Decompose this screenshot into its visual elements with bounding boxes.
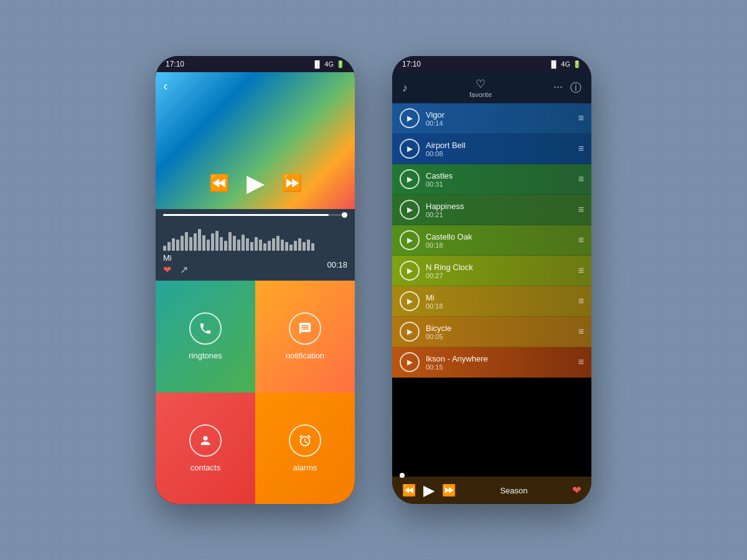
waveform-bar [259,240,262,251]
progress-bar[interactable] [163,214,347,216]
track-title: Castles [426,171,572,180]
track-menu-button[interactable]: ≡ [578,265,584,276]
back-button[interactable]: ‹ [163,78,167,95]
track-row[interactable]: ▶ N Ring Clock 00:27 ≡ [392,256,591,286]
now-playing-heart[interactable]: ❤ [572,483,581,497]
music-icon: ♪ [402,82,408,95]
track-menu-button[interactable]: ≡ [578,296,584,307]
track-title: N Ring Clock [426,263,572,272]
now-playing-label: Season [500,486,527,495]
track-row[interactable]: ▶ Mi 00:18 ≡ [392,286,591,317]
signal-icons-2: ▐▌ 4G 🔋 [549,60,581,68]
track-row[interactable]: ▶ Castles 00:31 ≡ [392,164,591,195]
waveform-bar [167,242,171,251]
play-btn-2[interactable]: ▶ [423,482,435,499]
waveform-bar [285,242,288,251]
forward-button[interactable]: ⏩ [282,174,302,193]
track-title: Castello Oak [426,232,572,241]
waveform-bar [311,243,314,251]
track-title: Mi [426,293,572,302]
progress-fill [163,214,329,216]
waveform-bar [242,235,245,251]
forward-btn-2[interactable]: ⏩ [442,483,456,497]
hero-image: ‹ ⏪ ▶ ⏩ [156,72,355,209]
waveform-bar [194,233,197,251]
track-play-button[interactable]: ▶ [400,352,420,372]
track-details: Castles 00:31 [420,171,578,188]
track-duration: 00:21 [426,211,572,218]
track-duration: 00:14 [426,119,572,127]
track-duration: 00:15 [426,363,572,371]
alarms-label: alarms [293,463,317,472]
ringtones-icon [189,312,222,345]
track-name: Mi [163,253,188,263]
menu-grid: ringtones notification contacts [156,281,355,504]
bottom-player: ⏪ ▶ ⏩ Season ❤ [392,477,591,504]
waveform-bar [268,241,271,251]
more-options-icon[interactable]: ··· [553,80,563,95]
waveform-bar [189,237,192,251]
track-menu-button[interactable]: ≡ [578,204,584,215]
track-duration: 00:31 [426,180,572,188]
waveform-bar [176,240,179,251]
waveform-bar [250,242,253,251]
favorite-heart-icon[interactable]: ♡ [476,77,486,91]
track-play-button[interactable]: ▶ [400,200,420,220]
rewind-button[interactable]: ⏪ [209,174,229,193]
rewind-btn-2[interactable]: ⏪ [402,483,416,497]
progress-dot [400,473,405,478]
favorite-label: favorite [469,91,492,98]
track-play-button[interactable]: ▶ [400,139,420,159]
track-play-button[interactable]: ▶ [400,169,420,189]
phone-1: 17:10 ▐▌ 4G 🔋 ‹ ⏪ ▶ ⏩ Mi ❤ ↗ 00:18 [156,56,355,504]
favorite-icon[interactable]: ❤ [163,264,171,276]
track-details: Ikson - Anywhere 00:15 [420,354,578,371]
menu-cell-ringtones[interactable]: ringtones [156,281,255,393]
track-row[interactable]: ▶ Vigor 00:14 ≡ [392,103,591,134]
track-menu-button[interactable]: ≡ [578,174,584,185]
track-row[interactable]: ▶ Castello Oak 00:18 ≡ [392,225,591,256]
track-details: Castello Oak 00:18 [420,232,578,249]
progress-section [156,209,355,220]
waveform-bar [207,240,210,251]
track-details: Vigor 00:14 [420,110,578,127]
track-play-button[interactable]: ▶ [400,108,420,128]
waveform-bar [255,237,258,251]
info-icon[interactable]: ⓘ [570,80,581,95]
track-time: 00:18 [327,260,347,269]
track-row[interactable]: ▶ Ikson - Anywhere 00:15 ≡ [392,347,591,378]
menu-cell-contacts[interactable]: contacts [156,393,255,505]
track-info: Mi ❤ ↗ 00:18 [156,251,355,281]
play-button[interactable]: ▶ [247,169,265,197]
track-play-button[interactable]: ▶ [400,291,420,311]
waveform-bar [185,232,188,251]
track-actions: ❤ ↗ [163,264,188,276]
track-row[interactable]: ▶ Happiness 00:21 ≡ [392,195,591,225]
track-title: Bicycle [426,324,572,333]
track-menu-button[interactable]: ≡ [578,113,584,124]
track-details: Airport Bell 00:08 [420,141,578,157]
track-menu-button[interactable]: ≡ [578,357,584,368]
track-menu-button[interactable]: ≡ [578,143,584,154]
waveform-bar [298,238,301,251]
track-row[interactable]: ▶ Airport Bell 00:08 ≡ [392,134,591,164]
menu-cell-notification[interactable]: notification [255,281,355,393]
track-play-button[interactable]: ▶ [400,230,420,250]
share-icon[interactable]: ↗ [180,264,188,276]
waveform-bar [172,238,175,251]
time-display-2: 17:10 [402,60,421,68]
waveform-bar [289,245,293,251]
waveform-bar [202,235,205,251]
track-title: Airport Bell [426,141,572,150]
track-menu-button[interactable]: ≡ [578,326,584,337]
track-menu-button[interactable]: ≡ [578,235,584,246]
track-list: ▶ Vigor 00:14 ≡ ▶ Airport Bell 00:08 ≡ ▶… [392,103,591,477]
status-bar-1: 17:10 ▐▌ 4G 🔋 [156,56,355,72]
track-play-button[interactable]: ▶ [400,322,420,342]
menu-cell-alarms[interactable]: alarms [255,393,355,505]
track-row[interactable]: ▶ Bicycle 00:05 ≡ [392,317,591,347]
ringtones-label: ringtones [189,351,222,360]
waveform-bar [228,232,232,251]
track-play-button[interactable]: ▶ [400,261,420,281]
waveform-bar [224,241,227,251]
